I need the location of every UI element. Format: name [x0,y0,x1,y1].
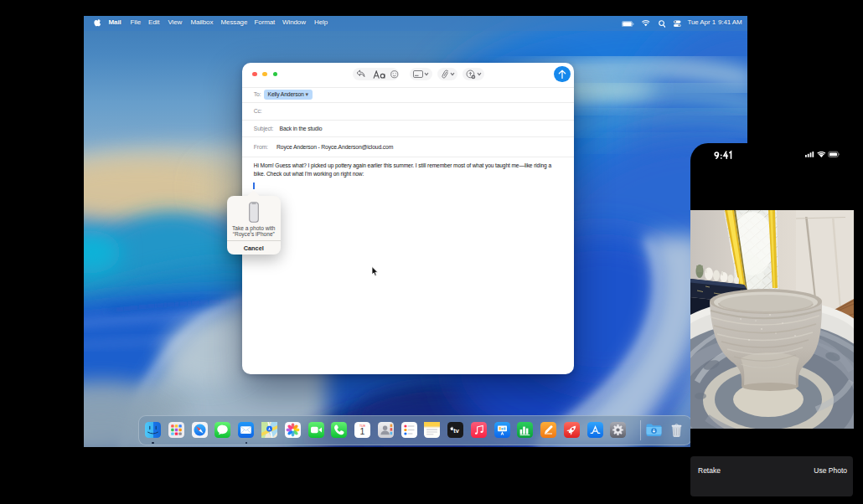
svg-text:tv: tv [453,427,459,435]
svg-text:1: 1 [360,426,365,436]
